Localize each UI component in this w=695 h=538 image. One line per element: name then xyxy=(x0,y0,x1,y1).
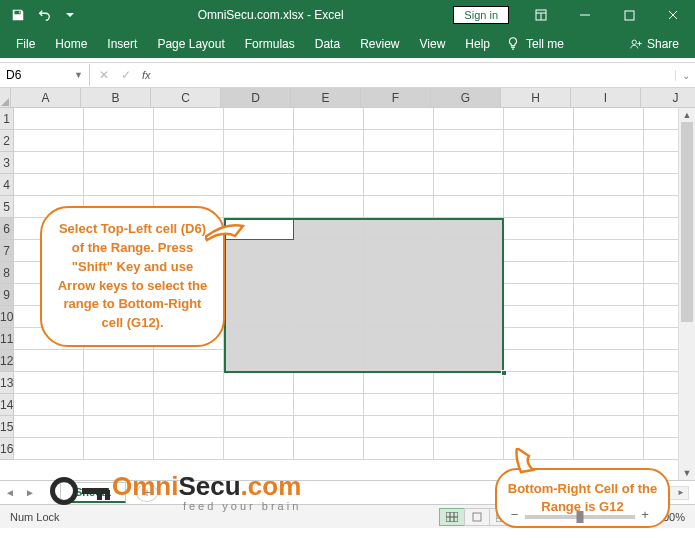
cell[interactable] xyxy=(294,108,364,130)
cell[interactable] xyxy=(364,394,434,416)
cell[interactable] xyxy=(364,152,434,174)
cell[interactable] xyxy=(294,328,364,350)
column-header[interactable]: B xyxy=(81,88,151,107)
cell[interactable] xyxy=(574,262,644,284)
cell[interactable] xyxy=(504,240,574,262)
row-header[interactable]: 2 xyxy=(0,130,14,152)
cell[interactable] xyxy=(574,438,644,460)
cell[interactable] xyxy=(364,262,434,284)
cell[interactable] xyxy=(224,372,294,394)
cell[interactable] xyxy=(434,394,504,416)
cell[interactable] xyxy=(14,152,84,174)
cell[interactable] xyxy=(574,218,644,240)
cell[interactable] xyxy=(224,152,294,174)
cell[interactable] xyxy=(294,152,364,174)
cell[interactable] xyxy=(294,262,364,284)
data-tab[interactable]: Data xyxy=(305,32,350,56)
row-header[interactable]: 1 xyxy=(0,108,14,130)
sheet-nav-next[interactable]: ► xyxy=(20,487,40,498)
cell[interactable] xyxy=(434,372,504,394)
cell[interactable] xyxy=(224,108,294,130)
cell[interactable] xyxy=(364,174,434,196)
hscroll-right-arrow[interactable]: ► xyxy=(674,488,688,497)
row-header[interactable]: 15 xyxy=(0,416,14,438)
cell[interactable] xyxy=(364,108,434,130)
cell[interactable] xyxy=(84,130,154,152)
cell[interactable] xyxy=(504,262,574,284)
cell[interactable] xyxy=(224,438,294,460)
formulas-tab[interactable]: Formulas xyxy=(235,32,305,56)
cell[interactable] xyxy=(574,328,644,350)
cell[interactable] xyxy=(224,394,294,416)
expand-formula-bar-icon[interactable]: ⌄ xyxy=(675,70,695,81)
column-header[interactable]: H xyxy=(501,88,571,107)
cell[interactable] xyxy=(364,130,434,152)
cell[interactable] xyxy=(504,328,574,350)
cell[interactable] xyxy=(504,394,574,416)
cell[interactable] xyxy=(294,174,364,196)
cell[interactable] xyxy=(364,416,434,438)
column-header[interactable]: C xyxy=(151,88,221,107)
row-header[interactable]: 7 xyxy=(0,240,14,262)
row-header[interactable]: 9 xyxy=(0,284,14,306)
maximize-button[interactable] xyxy=(607,0,651,30)
cell[interactable] xyxy=(504,108,574,130)
save-icon[interactable] xyxy=(6,3,30,27)
cell[interactable] xyxy=(14,394,84,416)
cell[interactable] xyxy=(364,350,434,372)
cell[interactable] xyxy=(434,152,504,174)
row-header[interactable]: 8 xyxy=(0,262,14,284)
cell[interactable] xyxy=(574,108,644,130)
name-box-dropdown-icon[interactable]: ▼ xyxy=(74,70,83,80)
cell[interactable] xyxy=(154,438,224,460)
cell[interactable] xyxy=(364,306,434,328)
cell[interactable] xyxy=(574,306,644,328)
cell[interactable] xyxy=(294,372,364,394)
zoom-handle[interactable] xyxy=(576,511,583,523)
column-header[interactable]: E xyxy=(291,88,361,107)
name-box[interactable]: D6 ▼ xyxy=(0,64,90,86)
row-header[interactable]: 3 xyxy=(0,152,14,174)
column-header[interactable]: I xyxy=(571,88,641,107)
cell[interactable] xyxy=(364,284,434,306)
cell[interactable] xyxy=(224,262,294,284)
row-header[interactable]: 13 xyxy=(0,372,14,394)
cell[interactable] xyxy=(504,218,574,240)
cell[interactable] xyxy=(434,218,504,240)
cell[interactable] xyxy=(294,284,364,306)
ribbon-options-icon[interactable] xyxy=(519,0,563,30)
cell[interactable] xyxy=(84,152,154,174)
home-tab[interactable]: Home xyxy=(45,32,97,56)
file-tab[interactable]: File xyxy=(6,32,45,56)
row-header[interactable]: 10 xyxy=(0,306,14,328)
cell[interactable] xyxy=(504,350,574,372)
cell[interactable] xyxy=(434,108,504,130)
cell[interactable] xyxy=(154,394,224,416)
share-button[interactable]: Share xyxy=(619,32,689,56)
cell[interactable] xyxy=(504,372,574,394)
column-header[interactable]: D xyxy=(221,88,291,107)
cell[interactable] xyxy=(504,196,574,218)
row-header[interactable]: 14 xyxy=(0,394,14,416)
cell[interactable] xyxy=(154,174,224,196)
column-header[interactable]: J xyxy=(641,88,695,107)
cell[interactable] xyxy=(574,152,644,174)
cell[interactable] xyxy=(84,438,154,460)
cell[interactable] xyxy=(14,174,84,196)
column-header[interactable]: G xyxy=(431,88,501,107)
cell[interactable] xyxy=(504,306,574,328)
cell[interactable] xyxy=(434,350,504,372)
cell[interactable] xyxy=(294,240,364,262)
view-tab[interactable]: View xyxy=(410,32,456,56)
cell[interactable] xyxy=(364,328,434,350)
fill-handle[interactable] xyxy=(501,370,507,376)
select-all-corner[interactable] xyxy=(0,88,11,107)
cell[interactable] xyxy=(14,438,84,460)
zoom-slider[interactable]: − + xyxy=(525,515,635,519)
cell[interactable] xyxy=(154,152,224,174)
formula-input[interactable] xyxy=(157,64,675,86)
scroll-up-arrow[interactable]: ▲ xyxy=(679,108,695,122)
zoom-out-button[interactable]: − xyxy=(511,507,519,522)
page-layout-tab[interactable]: Page Layout xyxy=(147,32,234,56)
cell[interactable] xyxy=(294,350,364,372)
